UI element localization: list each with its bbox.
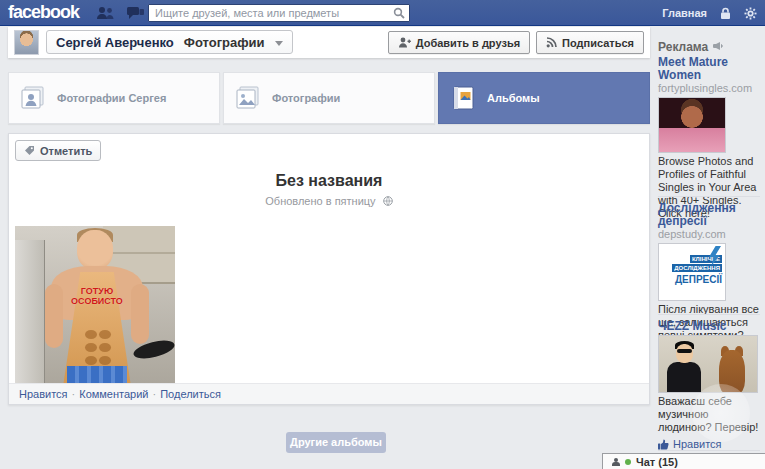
online-status-dot-icon (625, 459, 631, 465)
friend-requests-icon[interactable] (96, 5, 114, 21)
chevron-down-icon (275, 41, 283, 46)
chat-person-icon (612, 458, 620, 466)
tab-albums[interactable]: Альбомы (438, 72, 650, 124)
ads-heading-label: Реклама (658, 40, 708, 54)
share-link[interactable]: Поделиться (160, 388, 221, 400)
ad-title-link[interactable]: Meet Mature Women (658, 56, 760, 82)
divider (658, 314, 760, 315)
tag-icon (24, 145, 35, 156)
ad-body: Вважаєш себе музичною людиною? Перевір! (658, 395, 760, 434)
ad-like-row: Нравится (658, 438, 760, 450)
separator: · (72, 388, 76, 400)
animal-figure (719, 350, 745, 393)
photo-apron-text: ГОТУЮ ОСОБИСТО (55, 286, 139, 306)
search-bar (148, 4, 410, 22)
public-globe-icon (383, 196, 393, 206)
album-updated: Обновлено в пятницу (9, 195, 649, 207)
psy-head (676, 344, 693, 363)
photo-fridge (15, 240, 45, 386)
logo-text-line: ДОСЛІДЖЕННЯ (672, 264, 722, 272)
photo-apron-abs (85, 330, 97, 339)
profile-header-bar: Сергей Аверченко Фотографии Добавить в д… (8, 27, 650, 58)
add-friend-button[interactable]: Добавить в друзья (388, 31, 530, 54)
separator: · (153, 388, 157, 400)
tab-photos[interactable]: Фотографии (223, 72, 435, 124)
divider (658, 450, 760, 451)
ad-image-woman[interactable] (658, 97, 726, 153)
photo-tabs: Фотографии Сергея Фотографии Альбомы (8, 72, 650, 124)
album-card: Отметить Без названия Обновлено в пятниц… (8, 133, 650, 405)
ad-like-link[interactable]: Нравится (673, 438, 722, 450)
profile-name: Сергей Аверченко (56, 35, 174, 50)
profile-avatar[interactable] (14, 30, 39, 55)
ad-domain: depstudy.com (658, 228, 760, 241)
topbar-right: Главная (662, 0, 757, 26)
megaphone-icon[interactable] (713, 42, 724, 52)
divider (658, 196, 760, 197)
photos-of-person-icon (19, 84, 47, 112)
apron-text-line1: ГОТУЮ (55, 286, 139, 296)
psy-sunglasses (677, 349, 692, 353)
subscribe-label: Подписаться (562, 37, 634, 49)
album-updated-text: Обновлено в пятницу (265, 195, 375, 207)
apron-text-line2: ОСОБИСТО (55, 296, 139, 306)
home-link[interactable]: Главная (662, 7, 707, 19)
chat-bar[interactable]: Чат (15) (602, 453, 765, 469)
chat-label: Чат (15) (636, 456, 678, 468)
like-link[interactable]: Нравится (19, 388, 68, 400)
comment-link[interactable]: Комментарий (79, 388, 148, 400)
top-navigation-bar: facebook (0, 0, 765, 26)
ad-domain: fortyplusingles.com (658, 82, 760, 95)
tab-label: Альбомы (487, 92, 540, 104)
photos-icon (234, 84, 262, 112)
ad-title-link[interactable]: Дослідження депресії (658, 202, 760, 228)
logo-text-line: ДЕПРЕСІЇ (659, 274, 722, 285)
tab-label: Фотографии (272, 92, 340, 104)
ad-chezz-music: ЧЕZZ Music Вважаєш себе музичною людиною… (658, 314, 760, 469)
ad-title-link[interactable]: ЧЕZZ Music (658, 320, 760, 333)
profile-action-buttons: Добавить в друзья Подписаться (388, 31, 644, 54)
search-input[interactable] (149, 6, 389, 20)
subscribe-button[interactable]: Подписаться (536, 31, 644, 54)
messages-icon[interactable] (126, 5, 144, 21)
album-actions: Нравится · Комментарий · Поделиться (9, 383, 649, 404)
profile-section-label: Фотографии (184, 35, 265, 50)
add-friend-label: Добавить в друзья (416, 37, 520, 49)
album-title: Без названия (9, 172, 649, 190)
tag-photo-button[interactable]: Отметить (15, 140, 101, 161)
settings-gear-icon[interactable] (744, 7, 757, 20)
ad-image-depression-logo[interactable]: КЛІНІЧНЕ ДОСЛІДЖЕННЯ ДЕПРЕСІЇ (658, 243, 726, 301)
album-cover-photo[interactable]: ГОТУЮ ОСОБИСТО (15, 226, 175, 386)
search-icon[interactable] (389, 5, 409, 21)
subscribe-icon (546, 37, 557, 48)
more-albums-button[interactable]: Другие альбомы (286, 432, 386, 453)
tag-button-label: Отметить (40, 145, 92, 157)
ad-image-psy[interactable] (658, 335, 758, 393)
thumbs-up-icon (658, 439, 669, 450)
tab-label: Фотографии Сергея (57, 92, 166, 104)
add-friend-icon (398, 37, 411, 48)
privacy-lock-icon[interactable] (719, 7, 732, 20)
albums-icon (449, 84, 477, 112)
ads-heading: Реклама (658, 40, 724, 54)
tab-photos-of-sergey[interactable]: Фотографии Сергея (8, 72, 220, 124)
profile-section-dropdown[interactable]: Сергей Аверченко Фотографии (46, 30, 293, 54)
facebook-logo[interactable]: facebook (8, 0, 79, 26)
psy-suit (667, 362, 701, 393)
photo-man-head (77, 230, 113, 270)
